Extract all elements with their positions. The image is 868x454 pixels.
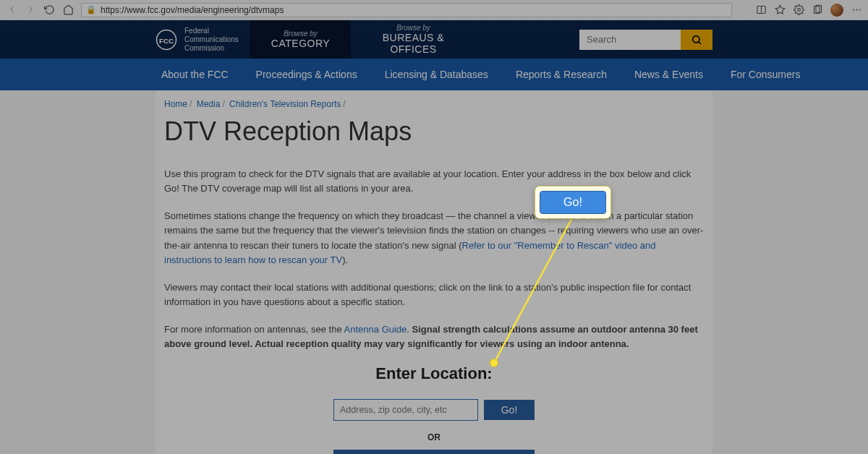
nav-about[interactable]: About the FCC [161, 69, 229, 80]
site-header: FCC Federal Communications Commission Br… [0, 20, 868, 59]
crumb-childrens-tv[interactable]: Children's Television Reports [229, 99, 341, 109]
svg-point-1 [797, 9, 800, 12]
crumb-home[interactable]: Home [164, 99, 187, 109]
search-input[interactable] [579, 30, 681, 50]
or-divider: OR [164, 432, 704, 442]
go-button[interactable]: Go! [484, 400, 535, 420]
nav-consumers[interactable]: For Consumers [731, 69, 800, 80]
toolbar-right [755, 4, 862, 17]
favorite-icon[interactable] [774, 4, 786, 16]
browser-toolbar: 🔒 https://www.fcc.gov/media/engineering/… [0, 0, 868, 20]
url-bar[interactable]: 🔒 https://www.fcc.gov/media/engineering/… [81, 3, 732, 17]
antenna-guide-link[interactable]: Antenna Guide [344, 324, 407, 335]
svg-point-6 [859, 9, 860, 11]
extensions-icon[interactable] [793, 4, 804, 16]
paragraph-1: Use this program to check for the DTV si… [164, 167, 704, 196]
nav-news[interactable]: News & Events [634, 69, 703, 80]
svg-text:FCC: FCC [159, 36, 174, 44]
lock-icon: 🔒 [86, 5, 96, 14]
nav-reports[interactable]: Reports & Research [516, 69, 607, 80]
search-button[interactable] [681, 30, 712, 50]
profile-avatar[interactable] [830, 4, 843, 17]
enter-location-heading: Enter Location: [164, 364, 704, 383]
collections-icon[interactable] [812, 4, 823, 16]
svg-point-4 [853, 9, 854, 11]
crumb-media[interactable]: Media [197, 99, 221, 109]
paragraph-2: Sometimes stations change the frequency … [164, 209, 704, 267]
logo-icon: FCC [156, 29, 177, 51]
forward-icon[interactable] [25, 4, 36, 16]
nav-licensing[interactable]: Licensing & Databases [385, 69, 488, 80]
more-icon[interactable] [851, 4, 862, 16]
fcc-logo[interactable]: FCC Federal Communications Commission [156, 27, 238, 53]
logo-text: Federal Communications Commission [184, 27, 238, 53]
main-content: Home/ Media/ Children's Television Repor… [156, 90, 712, 454]
refresh-icon[interactable] [43, 4, 55, 16]
url-text: https://www.fcc.gov/media/engineering/dt… [101, 5, 284, 15]
browse-bureaus-tab[interactable]: Browse by BUREAUS & OFFICES [362, 20, 464, 59]
browse-category-tab[interactable]: Browse by CATEGORY [250, 20, 351, 59]
address-input[interactable] [333, 399, 478, 421]
back-icon[interactable] [6, 4, 17, 16]
paragraph-3: Viewers may contact their local stations… [164, 280, 704, 309]
location-form: Enter Location: Go! OR Go To My Location… [164, 364, 704, 454]
site-search [579, 30, 712, 50]
page-title: DTV Reception Maps [164, 116, 704, 147]
breadcrumb: Home/ Media/ Children's Television Repor… [164, 90, 704, 116]
read-icon[interactable] [755, 4, 767, 16]
svg-point-5 [856, 9, 857, 11]
body-text: Use this program to check for the DTV si… [164, 167, 704, 351]
nav-proceedings[interactable]: Proceedings & Actions [256, 69, 357, 80]
svg-point-9 [693, 35, 699, 42]
primary-nav: About the FCC Proceedings & Actions Lice… [0, 59, 868, 90]
paragraph-4: For more information on antennas, see th… [164, 322, 704, 351]
home-icon[interactable] [62, 4, 74, 16]
my-location-button[interactable]: Go To My Location! [333, 450, 535, 454]
